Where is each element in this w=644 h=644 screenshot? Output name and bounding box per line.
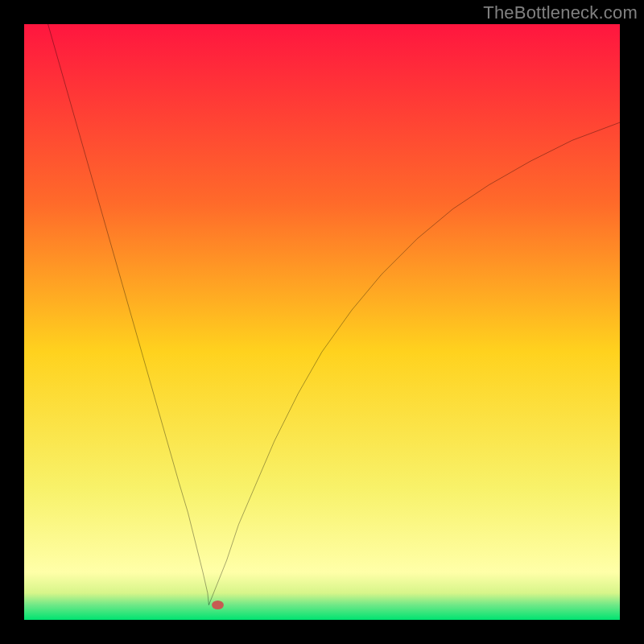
outer-frame: TheBottleneck.com xyxy=(0,0,644,644)
gradient-background xyxy=(24,24,620,620)
watermark-text: TheBottleneck.com xyxy=(483,2,638,23)
bottleneck-chart xyxy=(24,24,620,620)
optimal-point-marker xyxy=(212,601,224,609)
